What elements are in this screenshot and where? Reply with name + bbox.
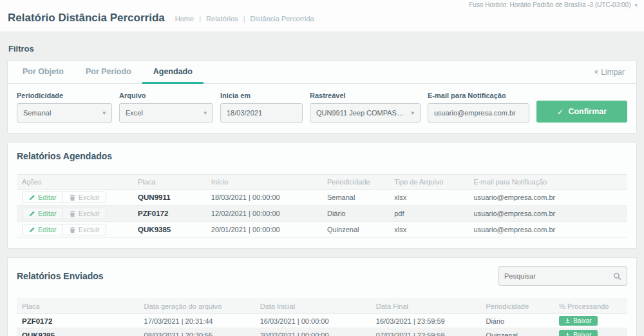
breadcrumb-separator: | [199,15,201,23]
table-row: PZF0172 17/03/2021 | 20:31:44 16/03/2021… [17,314,627,328]
tipo-arquivo-cell: pdf [389,206,468,222]
edit-button[interactable]: Editar [23,224,62,235]
email-cell: usuario@empresa.com.br [468,206,627,222]
column-header-tipo-arquivo: Tipo de Arquivo [389,175,468,190]
chevron-down-icon: ▾ [411,110,414,116]
inicia-em-label: Inicia em [220,92,303,99]
inicio-cell: 18/03/2021 | 00:00:00 [206,190,322,206]
filters-card: Por Objeto Por Período Agendado × Limpar… [7,60,637,133]
filters-section-title: Filtros [8,44,636,54]
column-header-inicio: Início [206,175,322,190]
inicio-cell: 12/02/2021 | 00:00:00 [206,206,322,222]
data-final-cell: 16/03/2021 | 23:59:59 [371,314,481,328]
trash-icon [69,226,76,233]
placa-cell: QUK9385 [17,328,139,336]
tab-por-objeto[interactable]: Por Objeto [12,61,75,84]
breadcrumb-home[interactable]: Home [175,15,194,23]
breadcrumb-relatorios[interactable]: Relatórios [206,15,238,23]
arquivo-field: Arquivo Excel ▾ [119,92,213,123]
chevron-down-icon: ▾ [204,110,207,116]
column-header-placa: Placa [133,175,206,190]
clear-icon: × [594,68,598,77]
column-header-periodicidade: Periodicidade [480,299,554,314]
periodicidade-select[interactable]: Semanal ▾ [17,103,112,123]
scheduled-header-row: Ações Placa Início Periodicidade Tipo de… [17,175,627,190]
data-geracao-cell: 08/03/2021 | 20:30:55 [139,328,255,336]
edit-button[interactable]: Editar [23,192,62,203]
column-header-data-inicial: Data Inicial [255,299,371,314]
edit-icon [28,210,35,217]
column-header-email: E-mail para Notificação [468,175,627,190]
inicia-em-input[interactable] [220,103,303,123]
email-label: E-mail para Notificação [428,92,529,99]
confirmar-button[interactable]: ✓ Confirmar [536,101,627,123]
breadcrumb: Home | Relatórios | Distância Percorrida [175,15,314,23]
placa-cell: QUK9385 [133,222,206,238]
breadcrumb-separator: | [243,15,245,23]
periodicidade-value: Semanal [23,109,98,117]
email-cell: usuario@empresa.com.br [468,190,627,206]
processando-cell: Baixar [554,328,627,336]
placa-cell: PZF0172 [133,206,206,222]
tipo-arquivo-cell: xlsx [389,190,468,206]
email-cell: usuario@empresa.com.br [468,222,627,238]
filters-form: Periodicidade Semanal ▾ Arquivo Excel ▾ … [8,84,636,133]
data-inicial-cell: 20/02/2021 | 00:00:00 [255,328,371,336]
confirmar-label: Confirmar [568,107,607,116]
clear-button[interactable]: × Limpar [594,68,625,77]
delete-button[interactable]: Excluir [62,224,106,235]
search-icon[interactable] [613,272,621,281]
trash-icon [69,194,76,201]
column-header-data-geracao: Data geração do arquivo [139,299,255,314]
delete-button[interactable]: Excluir [62,208,106,219]
edit-icon [28,194,35,201]
page-title: Relatório Distância Percorrida [8,12,165,25]
tab-por-periodo[interactable]: Por Período [75,61,142,84]
tab-agendado[interactable]: Agendado [142,61,204,84]
title-row: Relatório Distância Percorrida Home | Re… [0,9,644,32]
table-row: QUK9385 08/03/2021 | 20:30:55 20/02/2021… [17,328,627,336]
column-header-acoes: Ações [17,175,133,190]
main-content: Filtros Por Objeto Por Período Agendado … [0,32,644,336]
delete-button[interactable]: Excluir [62,192,106,203]
processando-cell: Baixar [554,314,627,328]
periodicidade-cell: Semanal [322,190,389,206]
header-band: Fuso Horário: Horário Padrão de Brasília… [0,0,644,32]
arquivo-value: Excel [126,109,199,117]
periodicidade-label: Periodicidade [17,92,112,99]
inicio-cell: 20/01/2021 | 00:00:00 [206,222,322,238]
table-row: Editar Excluir PZF0172 12/02/2021 | 00:0… [17,206,627,222]
periodicidade-cell: Quinzenal [322,222,389,238]
email-input[interactable] [428,103,529,123]
edit-button[interactable]: Editar [23,208,62,219]
topbar-caret-icon[interactable]: ▾ [634,2,638,8]
sent-table: Placa Data geração do arquivo Data Inici… [17,299,627,336]
arquivo-select[interactable]: Excel ▾ [119,103,213,123]
table-row: Editar Excluir QUK9385 20/01/2021 | 00:0… [17,222,627,238]
rastreavel-select[interactable]: QUN9911 Jeep COMPASS LONGIT ▾ [310,103,421,123]
sent-reports-title: Relatórios Enviados [17,271,104,281]
periodicidade-cell: Quinzenal [480,328,554,336]
placa-cell: PZF0172 [17,314,139,328]
periodicidade-cell: Diário [322,206,389,222]
column-header-data-final: Data Final [371,299,481,314]
actions-cell: Editar Excluir [17,222,133,238]
data-geracao-cell: 17/03/2021 | 20:31:44 [139,314,255,328]
periodicidade-field: Periodicidade Semanal ▾ [17,92,112,123]
download-button[interactable]: Baixar [559,330,597,336]
data-inicial-cell: 16/03/2021 | 00:00:00 [255,314,371,328]
scheduled-reports-title: Relatórios Agendados [17,151,627,161]
sent-header-row: Placa Data geração do arquivo Data Inici… [17,299,627,314]
search-input[interactable] [504,272,613,280]
filters-tabbar: Por Objeto Por Período Agendado × Limpar [8,61,636,84]
column-header-placa: Placa [17,299,139,314]
placa-cell: QUN9911 [133,190,206,206]
check-icon: ✓ [557,107,564,117]
actions-cell: Editar Excluir [17,190,133,206]
sent-reports-card: Relatórios Enviados Placa Data geração d… [7,257,637,336]
scheduled-table: Ações Placa Início Periodicidade Tipo de… [17,174,627,238]
rastreavel-label: Rastreável [310,92,421,99]
download-button[interactable]: Baixar [559,316,597,326]
timezone-text: Fuso Horário: Horário Padrão de Brasília… [469,1,630,8]
search-box [498,266,627,286]
